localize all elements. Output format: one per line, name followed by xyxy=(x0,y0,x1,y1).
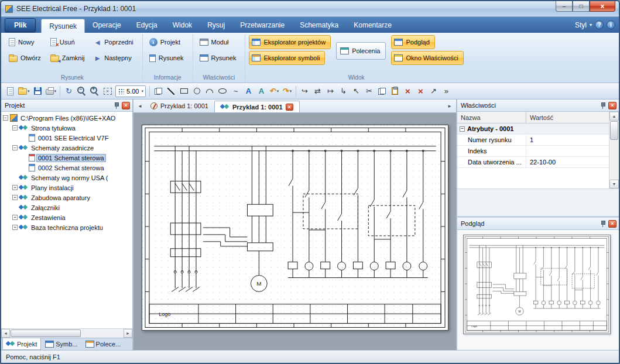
curve-tool-button[interactable]: ~ xyxy=(229,85,242,98)
scrollbar-thumb[interactable] xyxy=(11,329,81,337)
circle-tool-button[interactable] xyxy=(191,85,203,98)
tab-przetwarzanie[interactable]: Przetwarzanie xyxy=(232,17,292,33)
scroll-down-icon[interactable]: ▼ xyxy=(609,180,619,188)
panel-tab-projekt[interactable]: Projekt xyxy=(2,338,41,350)
properties-panel-close-button[interactable]: × xyxy=(608,102,616,109)
tree-item[interactable]: 0001 SEE Electrical V7F xyxy=(1,133,132,143)
project-panel-close-button[interactable]: × xyxy=(122,102,130,109)
maximize-button[interactable]: □ xyxy=(573,1,590,12)
toggle-properties-window[interactable]: Okno Właściwości xyxy=(391,51,463,65)
stretch-button[interactable]: ↗ xyxy=(427,85,440,98)
property-group-row[interactable]: − Atrybuty - 0001 xyxy=(457,123,609,135)
drawing-info-button[interactable]: Rysunek xyxy=(146,51,189,65)
group-expander-icon[interactable]: − xyxy=(460,126,465,132)
scroll-up-icon[interactable]: ▲ xyxy=(609,112,619,121)
pin-icon[interactable] xyxy=(600,220,606,227)
print-button[interactable]: ▾ xyxy=(44,85,58,98)
copy-button[interactable] xyxy=(376,85,388,98)
tree-item-root[interactable]: − C:\Program Files (x86)\IGE+XAO xyxy=(1,113,132,123)
column-header-nazwa[interactable]: Nazwa xyxy=(457,112,526,123)
tree-item-selected[interactable]: 0001 Schemat sterowa xyxy=(1,153,132,163)
arc-tool-button[interactable] xyxy=(204,85,216,98)
properties-scrollbar[interactable]: ▲ ▼ xyxy=(609,112,619,188)
save-button[interactable] xyxy=(32,85,44,98)
property-row[interactable]: Data utworzenia ... 22-10-00 xyxy=(457,157,609,168)
tab-close-button[interactable]: × xyxy=(286,104,293,111)
tab-schematyka[interactable]: Schematyka xyxy=(292,17,346,33)
minimize-button[interactable]: – xyxy=(556,1,573,12)
tab-rysuj[interactable]: Rysuj xyxy=(200,17,232,33)
toggle-project-explorer[interactable]: Eksplorator projektów xyxy=(249,35,331,49)
about-icon[interactable]: i xyxy=(607,20,615,29)
preview-panel-close-button[interactable]: × xyxy=(608,220,616,228)
tab-komentarze[interactable]: Komentarze xyxy=(346,17,399,33)
help-icon[interactable]: ? xyxy=(595,20,604,29)
scroll-left-icon[interactable]: ◄ xyxy=(1,329,10,338)
document-tab-cover[interactable]: Przyklad 1: 0001 xyxy=(145,99,214,112)
property-row[interactable]: Numer rysunku 1 xyxy=(457,135,609,146)
property-row[interactable]: Indeks xyxy=(457,146,609,157)
tab-edycja[interactable]: Edycja xyxy=(129,17,165,33)
property-value[interactable]: 22-10-00 xyxy=(526,159,609,166)
ellipse-tool-button[interactable] xyxy=(217,85,229,98)
expander-icon[interactable]: + xyxy=(12,225,18,230)
tree-item[interactable]: − Schematy zasadnicze xyxy=(1,143,132,153)
tab-operacje[interactable]: Operacje xyxy=(85,17,129,33)
pin-icon[interactable] xyxy=(114,102,119,109)
tree-item[interactable]: Załączniki xyxy=(1,202,132,212)
style-selector[interactable]: Styl xyxy=(575,21,587,29)
jump-button[interactable]: ↪ xyxy=(299,85,311,98)
expander-icon[interactable]: − xyxy=(12,145,18,150)
text-edit-button[interactable]: A xyxy=(255,85,268,98)
toggle-preview[interactable]: Podgląd xyxy=(391,35,434,49)
close-drawing-button[interactable]: ◄ Zamknij xyxy=(47,51,90,65)
open-drawing-button[interactable]: Otwórz xyxy=(6,51,46,65)
zoom-window-button[interactable]: × xyxy=(101,85,114,98)
tree-item[interactable]: − Strona tytułowa xyxy=(1,123,132,133)
project-info-button[interactable]: i Projekt xyxy=(146,35,186,49)
close-button[interactable]: × xyxy=(590,1,615,12)
expander-icon[interactable]: + xyxy=(12,215,18,220)
panel-tab-symbole[interactable]: Symb... xyxy=(42,338,81,350)
preview-thumbnail[interactable] xyxy=(463,235,611,334)
tab-plik[interactable]: Plik xyxy=(5,18,36,32)
rectangle-tool-button[interactable] xyxy=(178,85,190,98)
scroll-right-icon[interactable]: ► xyxy=(124,329,132,338)
undo-button[interactable]: ↶▾ xyxy=(268,85,280,98)
document-tab-active[interactable]: Przyklad 1: 0001 × xyxy=(214,101,300,112)
tree-item[interactable]: + Plany instalacji xyxy=(1,183,132,193)
property-value[interactable]: 1 xyxy=(526,136,609,143)
expander-icon[interactable]: − xyxy=(12,125,18,131)
panel-tab-polecenia[interactable]: Polece... xyxy=(82,338,125,350)
branch-button[interactable]: ↳ xyxy=(337,85,350,98)
copy-graphic-button[interactable] xyxy=(152,85,165,98)
zoom-out-button[interactable]: − xyxy=(76,85,88,98)
delete-all-button[interactable]: × xyxy=(415,85,427,98)
line-tool-button[interactable] xyxy=(165,85,177,98)
next-drawing-button[interactable]: ► Następny xyxy=(91,51,136,65)
drawing-properties-button[interactable]: Rysunek xyxy=(197,51,242,65)
swap-button[interactable]: ⇄ xyxy=(311,85,324,98)
tree-item[interactable]: Schematy wg normy USA ( xyxy=(1,173,132,183)
open-file-button[interactable]: ▾ xyxy=(17,85,31,98)
paste-button[interactable] xyxy=(389,85,401,98)
toggle-symbol-explorer[interactable]: Eksplorator symboli xyxy=(249,51,325,65)
toolbar-overflow-button[interactable]: » xyxy=(440,85,453,98)
tab-scroll-left-button[interactable]: ◄ xyxy=(135,99,145,112)
text-tool-button[interactable]: A xyxy=(242,85,255,98)
pin-icon[interactable] xyxy=(600,102,606,109)
expander-icon[interactable]: − xyxy=(3,115,8,121)
redo-button[interactable]: ↷▾ xyxy=(281,85,293,98)
tree-item[interactable]: + Baza techniczna projektu xyxy=(1,222,132,232)
tree-horizontal-scrollbar[interactable]: ◄ ► xyxy=(1,328,132,338)
style-caret-icon[interactable]: ▾ xyxy=(590,23,592,28)
redraw-button[interactable]: ↻ xyxy=(63,85,75,98)
tree-item[interactable]: + Zabudowa aparatury xyxy=(1,193,132,202)
tab-rysunek[interactable]: Rysunek xyxy=(41,19,85,33)
cut-button[interactable]: ✂ xyxy=(363,85,375,98)
tree-item[interactable]: + Zestawienia xyxy=(1,212,132,222)
module-properties-button[interactable]: Moduł xyxy=(197,35,234,49)
tab-widok[interactable]: Widok xyxy=(165,17,200,33)
drawing-page[interactable] xyxy=(142,125,448,331)
drawing-canvas[interactable] xyxy=(133,113,456,350)
